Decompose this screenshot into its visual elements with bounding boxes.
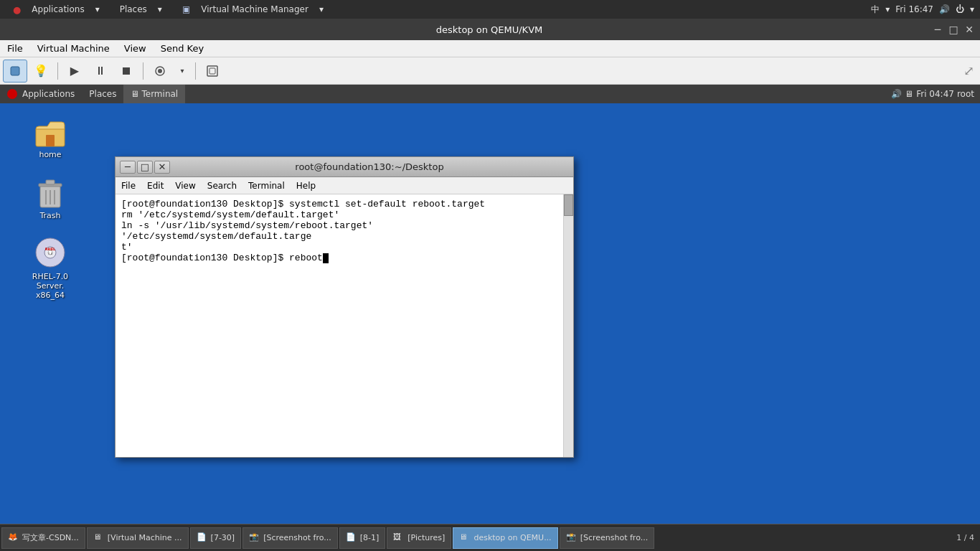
screenshot2-icon: 📸 [566,532,578,544]
guest-user[interactable]: root [957,89,974,99]
svg-point-2 [158,69,162,73]
terminal-line-2: rm '/etc/systemd/system/default.target' [121,209,557,220]
vmm-menu-virtual-machine[interactable]: Virtual Machine [33,42,114,55]
vm-play-button[interactable]: ▶ [62,60,87,83]
desktop-icon-trash[interactable]: Trash [22,174,79,221]
trash-icon-label: Trash [37,210,62,221]
guest-terminal-label: Terminal [141,89,178,99]
svg-rect-0 [11,67,19,75]
terminal-content[interactable]: [root@foundation130 Desktop]$ systemctl … [116,194,563,457]
terminal-titlebar: ─ □ ✕ root@foundation130:~/Desktop [116,157,573,177]
host-applications-menu[interactable]: ● Applications ▾ [4,1,108,18]
guest-applications-label: Applications [22,89,75,99]
terminal-menu-file[interactable]: File [116,177,141,194]
vmm-minimize-button[interactable]: ─ [931,23,944,36]
host-time: Fri 16:47 [895,4,933,14]
terminal-line-3: ln -s '/usr/lib/systemd/system/reboot.ta… [121,220,557,242]
screenshot1-icon: 📸 [249,532,260,544]
terminal-minimize-button[interactable]: ─ [120,161,136,174]
guest-topbar-left: Applications Places 🖥 Terminal [0,85,185,103]
terminal-window: ─ □ ✕ root@foundation130:~/Desktop File … [115,156,574,458]
taskbar-btn-desktop-active[interactable]: 🖥 desktop on QEMU... [453,527,557,549]
terminal-maximize-button[interactable]: □ [137,161,153,174]
vmm-window: desktop on QEMU/KVM ─ □ ✕ File Virtual M… [0,19,980,85]
vmm-menu-file[interactable]: File [3,42,27,55]
terminal-menu-view[interactable]: View [169,177,201,194]
terminal-close-button[interactable]: ✕ [154,161,170,174]
dvd-icon: RHEL 7.0 [33,235,67,270]
rhel-logo [7,89,17,99]
guest-screen-icon[interactable]: 🖥 [905,89,913,99]
trash-icon [33,174,67,209]
svg-text:RHEL: RHEL [45,247,56,251]
vm-stop-button[interactable]: ⏹ [114,60,138,83]
terminal-menubar: File Edit View Search Terminal Help [116,177,573,194]
places-arrow-icon: ▾ [154,3,166,16]
terminal-menu-edit[interactable]: Edit [141,177,169,194]
guest-volume-icon[interactable]: 🔊 [891,89,902,99]
guest-terminal-menu[interactable]: 🖥 Terminal [123,85,185,103]
guest-places-menu[interactable]: Places [82,85,123,103]
taskbar-page-indicator: 1 / 4 [956,533,979,542]
vm-power-button[interactable] [3,60,27,83]
host-places-menu[interactable]: Places ▾ [111,1,171,17]
taskbar-btn-pictures[interactable]: 🖼 [Pictures] [387,527,451,549]
taskbar-btn-screenshot2[interactable]: 📸 [Screenshot fro... [560,527,655,549]
taskbar-btn-firefox[interactable]: 🦊 写文章-CSDN... [1,527,85,549]
terminal-menu-terminal[interactable]: Terminal [242,177,291,194]
vmm-maximize-button[interactable]: □ [947,23,960,36]
host-vmm-menu[interactable]: ▣ Virtual Machine Manager ▾ [174,1,332,17]
vm-snapshot-dropdown[interactable]: ▾ [174,60,191,83]
vmm-arrow-icon: ▾ [315,3,328,16]
firefox-icon: 🦊 [8,532,19,544]
home-icon-label: home [37,149,63,160]
terminal-scrollbar-thumb[interactable] [564,194,573,216]
virt-manager-icon: 🖥 [93,532,105,544]
svg-rect-3 [207,66,217,76]
terminal-line-5: [root@foundation130 Desktop]$ reboot [121,253,557,263]
terminal-cursor [323,253,329,263]
vm-resize-icon[interactable]: ⤢ [963,63,974,78]
home-folder-icon [33,113,67,148]
toolbar-separator-2 [143,62,143,80]
dvd-icon-label: RHEL-7.0 Server.x86_64 [22,271,79,301]
vm-fullscreen-button[interactable] [200,60,225,83]
terminal-menu-search[interactable]: Search [202,177,242,194]
vmm-menu-send-key[interactable]: Send Key [156,42,208,55]
pictures-icon: 🖼 [393,532,405,544]
volume-icon[interactable]: 🔊 [939,4,950,14]
guest-applications-menu[interactable]: Applications [0,85,82,103]
toolbar-separator-1 [57,62,58,80]
svg-rect-4 [209,68,215,74]
taskbar-btn-screenshot1[interactable]: 📸 [Screenshot fro... [242,527,338,549]
host-bottom-taskbar: 🦊 写文章-CSDN... 🖥 [Virtual Machine ... 📄 [… [0,524,980,551]
host-taskbar: ● Applications ▾ Places ▾ ▣ Virtual Mach… [0,0,980,19]
task-8-1-icon: 📄 [346,532,357,544]
vmm-menu-view[interactable]: View [120,42,151,55]
vmm-toolbar: 💡 ▶ ⏸ ⏹ ▾ ⤢ [0,57,980,85]
vmm-window-title: desktop on QEMU/KVM [47,24,931,35]
vm-pause-button[interactable]: ⏸ [88,60,113,83]
terminal-body: [root@foundation130 Desktop]$ systemctl … [116,194,573,457]
power-arrow-icon[interactable]: ▾ [970,4,974,14]
terminal-window-title: root@foundation130:~/Desktop [170,161,569,172]
desktop-icon-dvd[interactable]: RHEL 7.0 RHEL-7.0 Server.x86_64 [22,235,79,301]
vm-bulb-button[interactable]: 💡 [29,60,53,83]
guest-time: Fri 04:47 [916,89,954,99]
vmm-close-button[interactable]: ✕ [963,23,976,36]
terminal-menu-help[interactable]: Help [291,177,321,194]
input-method-indicator[interactable]: 中 [871,4,880,16]
toolbar-separator-3 [195,62,196,80]
vm-snapshot-button[interactable] [148,60,172,83]
host-taskbar-left: ● Applications ▾ Places ▾ ▣ Virtual Mach… [0,1,332,18]
terminal-scrollbar[interactable] [563,194,573,457]
power-icon[interactable]: ⏻ [956,4,964,14]
vmm-menubar: File Virtual Machine View Send Key [0,40,980,57]
taskbar-btn-task8-1[interactable]: 📄 [8-1] [339,527,386,549]
desktop-icon-home[interactable]: home [22,113,79,160]
input-method-arrow[interactable]: ▾ [885,4,890,14]
task-7-30-icon: 📄 [197,532,208,544]
taskbar-btn-virt-manager[interactable]: 🖥 [Virtual Machine ... [87,527,189,549]
svg-rect-9 [46,180,55,184]
taskbar-btn-task7-30[interactable]: 📄 [7-30] [190,527,242,549]
